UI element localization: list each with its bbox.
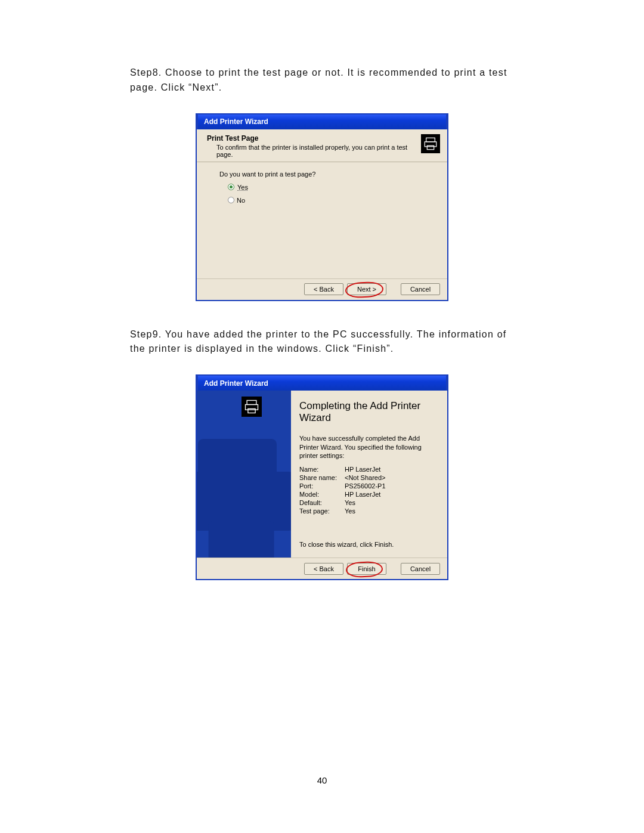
header-title: Print Test Page [207,134,416,143]
printer-illustration-icon [197,432,291,558]
side-graphic [197,391,291,558]
row-model: Model:HP LaserJet [299,491,439,498]
svg-rect-2 [427,145,434,150]
question-text: Do you want to print a test page? [219,171,435,178]
row-share: Share name:<Not Shared> [299,474,439,481]
row-name: Name:HP LaserJet [299,466,439,473]
step8-text: Step8. Choose to print the test page or … [130,66,525,95]
completing-heading: Completing the Add Printer Wizard [299,400,439,423]
row-testpage: Test page:Yes [299,507,439,515]
step9-text: Step9. You have added the printer to the… [130,327,525,357]
window-title: Add Printer Wizard [204,117,268,126]
document-page: Step8. Choose to print the test page or … [0,0,644,833]
finish-content: Completing the Add Printer Wizard You ha… [291,391,447,558]
radio-dot-icon [228,197,234,203]
titlebar: Add Printer Wizard [197,113,447,129]
completing-subtext: You have successfully completed the Add … [299,434,439,460]
svg-rect-8 [248,409,255,413]
back-button[interactable]: < Back [304,283,343,295]
window-title: Add Printer Wizard [204,379,268,388]
next-button[interactable]: Next > [347,283,386,295]
svg-rect-0 [426,138,435,142]
radio-dot-icon [228,184,234,190]
cancel-button[interactable]: Cancel [401,283,440,295]
wizard-header: Print Test Page To confirm that the prin… [197,129,447,162]
cancel-button[interactable]: Cancel [401,563,440,575]
wizard-completing: Add Printer Wizard Completing the Add Pr… [196,374,448,580]
finish-button[interactable]: Finish [347,563,386,575]
radio-yes[interactable]: Yes [228,184,435,191]
radio-no-label: No [237,197,245,204]
svg-rect-5 [209,522,274,558]
titlebar: Add Printer Wizard [197,374,447,391]
row-default: Default:Yes [299,499,439,506]
back-button[interactable]: < Back [304,563,343,575]
wizard-body: Do you want to print a test page? Yes No [197,162,447,278]
row-port: Port:PS256002-P1 [299,482,439,490]
close-instruction: To close this wizard, click Finish. [299,541,439,548]
printer-icon [421,134,440,153]
wizard-print-test-page: Add Printer Wizard Print Test Page To co… [196,113,448,301]
svg-rect-6 [247,401,256,405]
printer-icon [242,397,262,417]
radio-no[interactable]: No [228,197,435,204]
wizard-body: Completing the Add Printer Wizard You ha… [197,391,447,558]
radio-yes-label: Yes [237,184,249,191]
wizard-footer: < Back Next > Cancel [197,278,447,300]
page-number: 40 [0,775,644,785]
header-subtitle: To confirm that the printer is installed… [216,144,416,158]
wizard-footer: < Back Finish Cancel [197,558,447,579]
